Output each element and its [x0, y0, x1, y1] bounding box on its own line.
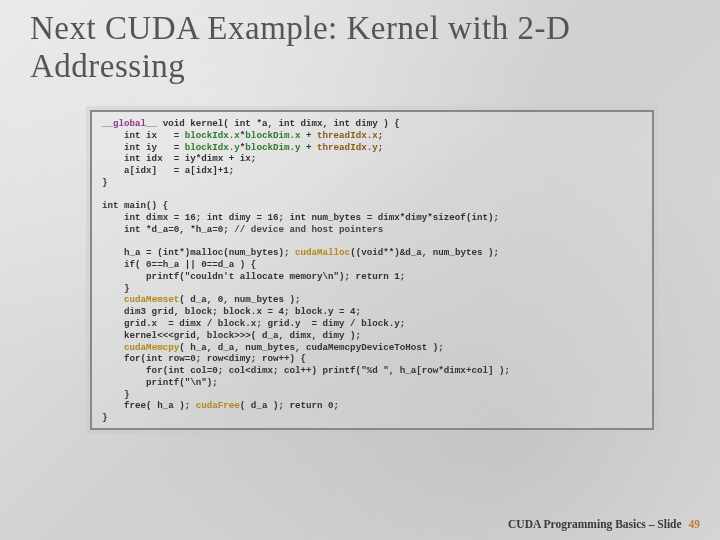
- code-text: printf("couldn't allocate memory\n"); re…: [102, 271, 405, 282]
- kw-block: blockDim.y: [245, 142, 300, 153]
- code-text: +: [301, 142, 318, 153]
- code-text: ( d_a ); return 0;: [240, 400, 339, 411]
- code-text: int dimx = 16; int dimy = 16; int num_by…: [102, 212, 499, 223]
- code-text: int ix =: [102, 130, 185, 141]
- kw-thread: threadIdx.x: [317, 130, 378, 141]
- code-text: int main() {: [102, 200, 168, 211]
- kw-cuda: cudaMalloc: [295, 247, 350, 258]
- kw-cuda: cudaMemset: [124, 294, 179, 305]
- code-text: printf("\n");: [102, 377, 218, 388]
- code-text: }: [102, 177, 108, 188]
- code-text: for(int row=0; row<dimy; row++) {: [102, 353, 306, 364]
- code-text: kernel<<<grid, block>>>( d_a, dimx, dimy…: [102, 330, 361, 341]
- kw-block: blockIdx.x: [185, 130, 240, 141]
- code-comment: // device and host pointers: [234, 224, 383, 235]
- footer-text: CUDA Programming Basics – Slide: [508, 518, 682, 530]
- code-text: ( h_a, d_a, num_bytes, cudaMemcpyDeviceT…: [179, 342, 444, 353]
- code-text: ((void**)&d_a, num_bytes );: [350, 247, 499, 258]
- code-text: for(int col=0; col<dimx; col++) printf("…: [102, 365, 510, 376]
- code-text: }: [102, 283, 130, 294]
- code-content: __global__ void kernel( int *a, int dimx…: [102, 118, 642, 424]
- code-text: +: [301, 130, 318, 141]
- code-text: if( 0==h_a || 0==d_a ) {: [102, 259, 256, 270]
- code-text: }: [102, 389, 130, 400]
- code-text: [102, 294, 124, 305]
- kw-cuda: cudaMemcpy: [124, 342, 179, 353]
- slide-title: Next CUDA Example: Kernel with 2-D Addre…: [30, 10, 690, 86]
- kw-block: blockIdx.y: [185, 142, 240, 153]
- code-text: ;: [378, 142, 384, 153]
- code-text: ;: [378, 130, 384, 141]
- code-text: int *d_a=0, *h_a=0;: [102, 224, 234, 235]
- page-number: 49: [689, 518, 701, 530]
- code-text: a[idx] = a[idx]+1;: [102, 165, 234, 176]
- code-text: dim3 grid, block; block.x = 4; block.y =…: [102, 306, 361, 317]
- kw-global: __global__: [102, 118, 157, 129]
- slide-footer: CUDA Programming Basics – Slide 49: [508, 518, 700, 530]
- code-text: }: [102, 412, 108, 423]
- code-text: h_a = (int*)malloc(num_bytes);: [102, 247, 295, 258]
- code-text: ( d_a, 0, num_bytes );: [179, 294, 300, 305]
- code-text: int iy =: [102, 142, 185, 153]
- kw-cuda: cudaFree: [196, 400, 240, 411]
- code-text: grid.x = dimx / block.x; grid.y = dimy /…: [102, 318, 405, 329]
- kw-thread: threadIdx.y: [317, 142, 378, 153]
- code-text: int idx = iy*dimx + ix;: [102, 153, 256, 164]
- kw-block: blockDim.x: [245, 130, 300, 141]
- code-text: void kernel( int *a, int dimx, int dimy …: [157, 118, 400, 129]
- code-text: free( h_a );: [102, 400, 196, 411]
- code-block: __global__ void kernel( int *a, int dimx…: [90, 110, 654, 430]
- code-text: [102, 342, 124, 353]
